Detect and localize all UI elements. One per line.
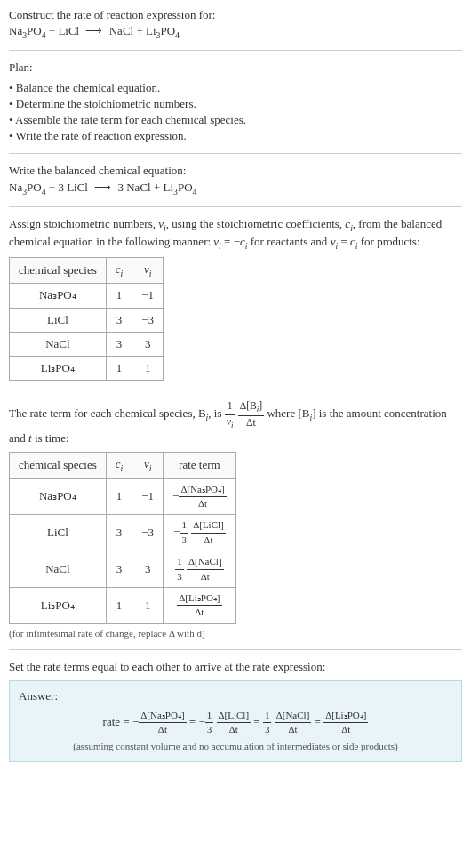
plan-section: Plan: Balance the chemical equation. Det… bbox=[9, 60, 462, 154]
header-section: Construct the rate of reaction expressio… bbox=[9, 7, 462, 51]
col-ci: ci bbox=[106, 453, 132, 478]
final-title: Set the rate terms equal to each other t… bbox=[9, 659, 462, 675]
answer-label: Answer: bbox=[19, 688, 452, 704]
col-rate: rate term bbox=[164, 453, 236, 478]
col-ci: ci bbox=[106, 258, 132, 284]
fraction: Δ[Bi]Δt bbox=[238, 399, 265, 430]
prompt-text: Construct the rate of reaction expressio… bbox=[9, 7, 462, 23]
table-row: Na₃PO₄1−1 bbox=[10, 284, 164, 308]
balanced-equation: Na3PO4 + 3 LiCl ⟶ 3 NaCl + Li3PO4 bbox=[9, 180, 462, 197]
product2: Li3PO4 bbox=[146, 24, 180, 37]
plan-item: Assemble the rate term for each chemical… bbox=[9, 112, 462, 128]
answer-note: (assuming constant volume and no accumul… bbox=[19, 740, 452, 753]
table-header-row: chemical species ci νi bbox=[10, 258, 164, 284]
rateterm-table: chemical species ci νi rate term Na₃PO₄1… bbox=[9, 452, 236, 623]
col-nui: νi bbox=[132, 258, 164, 284]
product1: NaCl bbox=[109, 24, 133, 37]
balanced-title: Write the balanced chemical equation: bbox=[9, 163, 462, 179]
rate-cell: −13 Δ[LiCl]Δt bbox=[164, 515, 236, 551]
plan-item: Balance the chemical equation. bbox=[9, 80, 462, 96]
reaction-arrow-icon: ⟶ bbox=[82, 24, 106, 37]
unbalanced-equation: Na3PO4 + LiCl ⟶ NaCl + Li3PO4 bbox=[9, 23, 462, 41]
plan-title: Plan: bbox=[9, 60, 462, 76]
answer-equation: rate = −Δ[Na₃PO₄]Δt = −13 Δ[LiCl]Δt = 13… bbox=[19, 709, 452, 737]
final-section: Set the rate terms equal to each other t… bbox=[9, 659, 462, 762]
table-row: NaCl33 bbox=[10, 332, 164, 356]
col-nui: νi bbox=[132, 453, 164, 478]
rateterm-intro: The rate term for each chemical species,… bbox=[9, 399, 462, 446]
stoich-table: chemical species ci νi Na₃PO₄1−1 LiCl3−3… bbox=[9, 257, 164, 381]
col-species: chemical species bbox=[10, 258, 107, 284]
stoich-section: Assign stoichiometric numbers, νi, using… bbox=[9, 216, 462, 390]
rate-cell: −Δ[Na₃PO₄]Δt bbox=[164, 478, 236, 515]
plan-item: Write the rate of reaction expression. bbox=[9, 128, 462, 144]
table-row: Li₃PO₄11 bbox=[10, 357, 164, 381]
reactant1: Na3PO4 bbox=[9, 24, 46, 37]
plan-item: Determine the stoichiometric numbers. bbox=[9, 96, 462, 112]
plan-list: Balance the chemical equation. Determine… bbox=[9, 80, 462, 145]
balanced-section: Write the balanced chemical equation: Na… bbox=[9, 163, 462, 206]
table-row: LiCl3−3 −13 Δ[LiCl]Δt bbox=[10, 515, 236, 551]
table-row: Li₃PO₄11 Δ[Li₃PO₄]Δt bbox=[10, 587, 236, 623]
rateterm-note: (for infinitesimal rate of change, repla… bbox=[9, 627, 462, 640]
rateterm-section: The rate term for each chemical species,… bbox=[9, 399, 462, 650]
stoich-intro: Assign stoichiometric numbers, νi, using… bbox=[9, 216, 462, 252]
reaction-arrow-icon: ⟶ bbox=[91, 181, 115, 194]
rate-cell: Δ[Li₃PO₄]Δt bbox=[164, 587, 236, 623]
table-row: LiCl3−3 bbox=[10, 308, 164, 332]
rate-cell: 13 Δ[NaCl]Δt bbox=[164, 551, 236, 588]
col-species: chemical species bbox=[10, 453, 107, 478]
table-header-row: chemical species ci νi rate term bbox=[10, 453, 236, 478]
reactant2: LiCl bbox=[58, 24, 79, 37]
answer-box: Answer: rate = −Δ[Na₃PO₄]Δt = −13 Δ[LiCl… bbox=[9, 680, 462, 761]
table-row: Na₃PO₄1−1 −Δ[Na₃PO₄]Δt bbox=[10, 478, 236, 515]
fraction: 1νi bbox=[225, 399, 236, 430]
table-row: NaCl33 13 Δ[NaCl]Δt bbox=[10, 551, 236, 588]
